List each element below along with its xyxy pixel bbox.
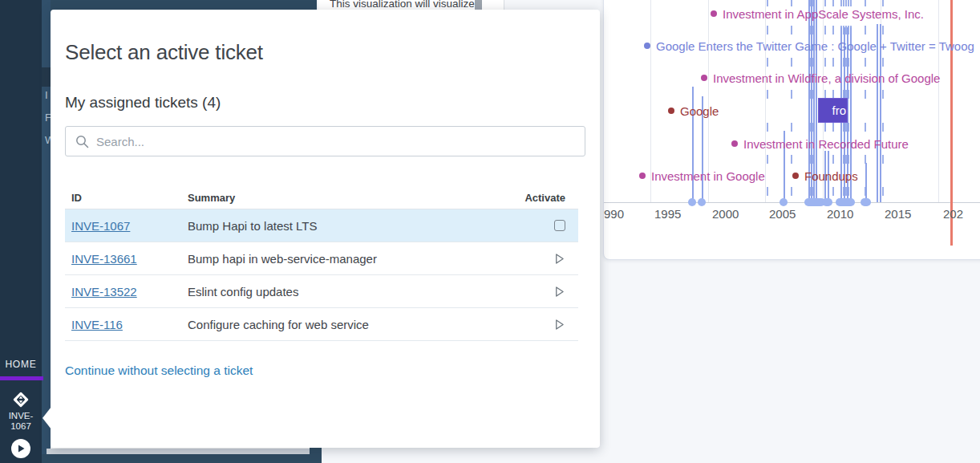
event-tick	[865, 0, 866, 6]
table-header-row: ID Summary Activate	[65, 186, 578, 209]
sidebar-accent-divider	[0, 376, 43, 380]
event-tick	[882, 123, 884, 132]
event-tick	[791, 58, 792, 67]
event-tick	[824, 26, 826, 35]
ticket-id-link[interactable]: INVE-116	[71, 318, 123, 331]
event-bullet-icon	[792, 173, 799, 179]
timeline-event-label: Google Enters the Twitter Game : Google …	[656, 39, 974, 53]
event-tick	[882, 187, 884, 196]
ticket-summary: Eslint config updates	[188, 285, 519, 299]
timeline-axis-line	[604, 202, 980, 203]
event-tick	[832, 26, 834, 35]
sidebar-item-home[interactable]: HOME	[0, 359, 42, 370]
timeline-event-recorded-future[interactable]: Investment in Recorded Future	[731, 136, 909, 151]
event-marker-dot	[688, 198, 696, 206]
timeline-selected-event-box[interactable]: fro	[818, 98, 848, 123]
activate-play-icon[interactable]	[553, 253, 565, 265]
timeline-event-appscale[interactable]: Investment in AppScale Systems, Inc.	[711, 6, 924, 21]
timeline-event-investment-google[interactable]: Investment in Google	[639, 169, 765, 183]
play-icon	[16, 444, 26, 453]
event-tick	[845, 0, 847, 6]
table-row[interactable]: INVE-13661 Bump hapi in web-service-mana…	[65, 242, 578, 275]
select-ticket-modal: Select an active ticket My assigned tick…	[51, 10, 600, 448]
ticket-id-link[interactable]: INVE-13522	[71, 285, 137, 299]
event-tick	[832, 58, 834, 67]
event-marker-dot	[780, 198, 788, 206]
event-tick	[767, 26, 768, 35]
search-input[interactable]	[96, 135, 575, 148]
event-bullet-icon	[644, 43, 650, 49]
header-summary: Summary	[188, 192, 519, 204]
selected-event-label: fro	[832, 104, 846, 117]
event-tick	[767, 90, 768, 99]
timeline-event-wildfire[interactable]: Investment in Wildfire, a division of Go…	[701, 71, 940, 85]
event-tick	[865, 90, 866, 99]
timeline-event-label: Foundups	[804, 169, 858, 183]
timeline-event-label: Google	[680, 104, 719, 118]
table-row[interactable]: INVE-13522 Eslint config updates	[65, 275, 578, 308]
app-sidebar: HOME INVE-1067	[0, 0, 42, 463]
event-marker-dot	[822, 198, 832, 206]
header-activate: Activate	[519, 192, 567, 204]
event-tick	[791, 26, 792, 35]
timeline-event-twitter-game[interactable]: Google Enters the Twitter Game : Google …	[644, 39, 974, 53]
event-tick	[832, 187, 834, 196]
sidebar-play-button[interactable]	[11, 439, 30, 458]
event-tick	[824, 0, 826, 6]
event-tick	[767, 58, 768, 67]
axis-year-label: 2005	[769, 207, 796, 221]
ticket-summary: Configure caching for web service	[188, 318, 519, 331]
ticket-summary: Bump hapi in web-service-manager	[188, 252, 519, 266]
ticket-id-link[interactable]: INVE-1067	[71, 219, 130, 233]
event-marker-dot	[836, 198, 855, 206]
axis-year-label: 2000	[712, 207, 739, 221]
event-tick	[882, 0, 884, 6]
timeline-event-label: Investment in Wildfire, a division of Go…	[713, 71, 940, 85]
event-tick	[848, 0, 849, 6]
sidebar-item-active-ticket[interactable]: INVE-1067	[0, 390, 42, 431]
tooltip-text: This visualization will visualize	[330, 0, 475, 10]
axis-year-label: 1995	[654, 207, 681, 221]
event-tick	[865, 26, 866, 35]
timeline-event-label: Investment in AppScale Systems, Inc.	[723, 7, 924, 21]
event-tick	[824, 58, 826, 67]
modal-title: Select an active ticket	[65, 40, 263, 65]
timeline-event-google[interactable]: Google	[668, 104, 719, 118]
event-tick	[840, 0, 842, 6]
event-tick	[832, 123, 834, 132]
ticket-id-link[interactable]: INVE-13661	[71, 252, 137, 266]
event-tick	[791, 187, 792, 196]
event-tick	[843, 0, 844, 6]
axis-year-label: 202	[943, 207, 963, 221]
event-tick	[850, 0, 852, 6]
timeline-event-foundups[interactable]: Foundups	[792, 169, 858, 183]
event-tick	[882, 26, 884, 35]
event-bullet-icon	[668, 108, 674, 114]
axis-year-label: 2015	[885, 207, 911, 221]
timeline-canvas: Investment in AppScale Systems, Inc. Goo…	[604, 0, 980, 259]
event-tick	[767, 123, 768, 132]
event-bullet-icon	[701, 75, 707, 81]
event-tick	[767, 187, 768, 196]
event-marker-dot	[698, 198, 706, 206]
year-gridline	[765, 0, 766, 202]
activate-checkbox[interactable]	[554, 220, 565, 231]
activate-play-icon[interactable]	[553, 319, 565, 331]
event-tick	[767, 0, 768, 6]
background-panel-corner	[310, 448, 322, 463]
background-panel-bottom-border	[42, 454, 321, 463]
table-row[interactable]: INVE-1067 Bump Hapi to latest LTS	[65, 209, 578, 242]
timeline-event-label: Investment in Google	[651, 169, 765, 183]
assigned-tickets-table: ID Summary Activate INVE-1067 Bump Hapi …	[65, 186, 578, 341]
activate-play-icon[interactable]	[553, 286, 565, 298]
year-gridline	[938, 0, 939, 202]
background-highlight-fragment	[42, 67, 51, 87]
axis-year-label: 990	[604, 207, 624, 221]
continue-without-ticket-link[interactable]: Continue without selecting a ticket	[65, 363, 253, 378]
event-bullet-icon	[711, 10, 717, 17]
event-tick	[791, 123, 792, 132]
table-row[interactable]: INVE-116 Configure caching for web servi…	[65, 308, 578, 341]
event-tick	[832, 0, 834, 6]
event-tick	[865, 58, 866, 67]
assigned-tickets-heading: My assigned tickets (4)	[65, 94, 221, 112]
